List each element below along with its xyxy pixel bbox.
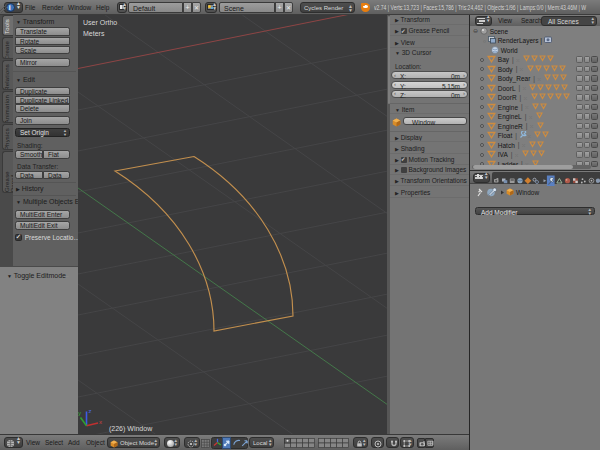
svg-text:x: x: [99, 419, 102, 425]
svg-text:z: z: [89, 408, 92, 414]
svg-text:y: y: [78, 410, 81, 416]
